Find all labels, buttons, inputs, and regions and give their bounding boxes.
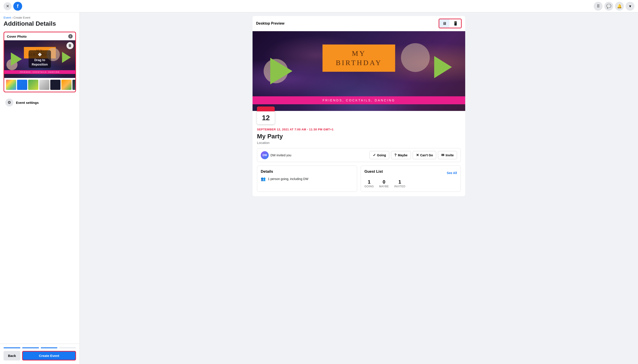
going-text: 1 person going, including DW xyxy=(268,177,308,181)
inviter-text: DW invited you xyxy=(271,154,291,157)
preview-title: Desktop Preview xyxy=(256,22,284,26)
invited-stat-label: INVITED xyxy=(394,185,405,188)
maybe-stat: 0 MAYBE xyxy=(379,179,389,188)
people-icon: 👥 xyxy=(261,176,266,181)
inviter-avatar: DW xyxy=(261,151,269,159)
banner-line1: MY xyxy=(336,49,382,58)
invited-count: 1 xyxy=(394,179,405,185)
thumbnail-3[interactable] xyxy=(28,80,38,90)
see-all-link[interactable]: See All xyxy=(447,171,457,175)
breadcrumb-event-link[interactable]: Event xyxy=(4,16,11,19)
desktop-view-button[interactable]: 🖥 xyxy=(439,19,449,28)
account-chevron-button[interactable]: ▾ xyxy=(625,2,634,11)
date-top-bar xyxy=(257,106,275,111)
maybe-button[interactable]: ? Maybe xyxy=(391,151,411,159)
details-title: Details xyxy=(261,170,353,174)
thumbnail-5[interactable] xyxy=(50,80,61,90)
inviter-info: DW DW invited you xyxy=(261,151,367,159)
cover-image-container[interactable]: MY BIRTHDAY FRIENDS, COCKTAILS, DANCING … xyxy=(4,40,75,78)
messenger-icon-button[interactable]: 💬 xyxy=(604,2,613,11)
page-title: Additional Details xyxy=(4,20,76,27)
banner-triangle-left xyxy=(270,58,292,84)
going-count: 1 xyxy=(364,179,374,185)
mobile-view-button[interactable]: 📱 xyxy=(450,19,461,28)
guest-list-title: Guest List xyxy=(364,170,383,174)
thumbnail-4[interactable] xyxy=(39,80,50,90)
going-stat: 1 GOING xyxy=(364,179,374,188)
drag-text2: Reposition xyxy=(32,63,48,66)
back-button[interactable]: Back xyxy=(4,351,20,360)
thumbnail-7[interactable] xyxy=(73,80,75,90)
progress-dot-2 xyxy=(22,348,39,348)
banner-line2: BIRTHDAY xyxy=(336,58,382,68)
sidebar-header: Event › Create Event Additional Details xyxy=(0,12,80,29)
invite-button[interactable]: ✉ Invite xyxy=(438,151,457,159)
top-navigation: ✕ f ⠿ 💬 🔔 ▾ xyxy=(0,0,638,12)
facebook-logo: f xyxy=(13,2,22,11)
maybe-stat-label: MAYBE xyxy=(379,185,389,188)
preview-header: Desktop Preview 🖥 📱 xyxy=(253,16,465,31)
cant-go-x-icon: ✕ xyxy=(416,153,419,157)
breadcrumb: Event › Create Event xyxy=(4,16,76,19)
bottom-buttons: Back Create Event xyxy=(4,351,76,360)
cant-go-button[interactable]: ✕ Can't Go xyxy=(413,151,436,159)
progress-dot-3 xyxy=(41,348,58,348)
going-button[interactable]: ✓ Going xyxy=(369,151,389,159)
thumbnail-6[interactable] xyxy=(61,80,72,90)
drag-overlay: ✥ Drag to Reposition xyxy=(4,40,75,78)
drag-icon: ✥ xyxy=(38,52,42,57)
sidebar-bottom: Back Create Event xyxy=(0,344,80,364)
grid-icon-button[interactable]: ⠿ xyxy=(594,2,602,11)
mobile-icon: 📱 xyxy=(453,21,458,26)
going-check-icon: ✓ xyxy=(373,153,376,157)
maybe-count: 0 xyxy=(379,179,389,185)
desktop-icon: 🖥 xyxy=(442,21,446,26)
invited-stat: 1 INVITED xyxy=(394,179,405,188)
maybe-label: Maybe xyxy=(398,154,408,157)
date-block: 12 xyxy=(257,106,275,124)
going-detail-row: 👥 1 person going, including DW xyxy=(261,176,353,181)
delete-photo-button[interactable]: 🗑 xyxy=(67,42,74,49)
thumbnail-2[interactable] xyxy=(17,80,27,90)
invite-mail-icon: ✉ xyxy=(441,153,444,157)
banner-orange-box: MY BIRTHDAY xyxy=(323,44,395,72)
info-icon[interactable]: i xyxy=(68,34,73,38)
gear-icon: ⚙ xyxy=(5,98,13,106)
event-banner: MY BIRTHDAY FRIENDS, COCKTAILS, DANCING xyxy=(253,31,465,111)
bell-icon-button[interactable]: 🔔 xyxy=(615,2,624,11)
event-settings-label: Event settings xyxy=(16,101,39,104)
cover-photo-section: Cover Photo i MY BIRTHDAY FRIENDS, COCKT… xyxy=(4,32,76,92)
cover-photo-label: Cover Photo xyxy=(7,34,27,38)
thumbnail-strip xyxy=(4,78,75,92)
details-section: Details 👥 1 person going, including DW xyxy=(257,166,357,192)
nav-right: ⠿ 💬 🔔 ▾ xyxy=(594,2,634,11)
progress-dot-1 xyxy=(4,348,20,348)
cover-photo-header: Cover Photo i xyxy=(4,32,75,40)
drag-text: Drag to xyxy=(34,58,45,62)
date-number: 12 xyxy=(257,111,275,124)
thumbnail-1[interactable] xyxy=(6,80,16,90)
guest-section: Guest List See All 1 GOING 0 MAYBE xyxy=(361,166,461,192)
breadcrumb-separator: › xyxy=(12,16,14,19)
rsvp-buttons: ✓ Going ? Maybe ✕ Can't Go ✉ xyxy=(369,151,457,159)
nav-left: ✕ f xyxy=(4,2,22,11)
breadcrumb-create: Create Event xyxy=(14,16,30,19)
rsvp-bar: DW DW invited you ✓ Going ? Maybe xyxy=(257,148,461,162)
close-button[interactable]: ✕ xyxy=(4,2,12,10)
banner-triangle-right xyxy=(434,56,452,78)
going-stat-label: GOING xyxy=(364,185,374,188)
drag-label: ✥ Drag to Reposition xyxy=(29,50,51,68)
banner-pink-bar: FRIENDS, COCKTAILS, DANCING xyxy=(253,96,465,104)
progress-indicator xyxy=(4,348,76,348)
device-toggles: 🖥 📱 xyxy=(439,18,462,28)
going-label: Going xyxy=(377,154,386,157)
preview-area: Desktop Preview 🖥 📱 MY BI xyxy=(80,12,638,364)
sidebar: Event › Create Event Additional Details … xyxy=(0,12,80,364)
event-location: Location xyxy=(257,141,461,144)
event-settings-item[interactable]: ⚙ Event settings xyxy=(2,95,78,110)
cant-go-label: Can't Go xyxy=(420,154,433,157)
maybe-question-icon: ? xyxy=(394,153,397,157)
gear-symbol: ⚙ xyxy=(8,100,11,105)
create-event-button[interactable]: Create Event xyxy=(22,351,76,360)
guest-stats: 1 GOING 0 MAYBE 1 INVITED xyxy=(364,179,457,188)
